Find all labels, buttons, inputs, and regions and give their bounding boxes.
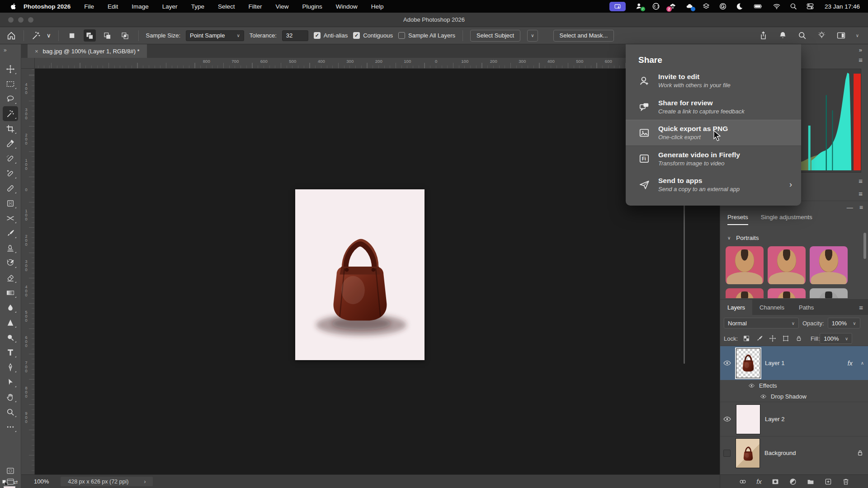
drop-shadow-row[interactable]: Drop Shadow <box>720 391 868 402</box>
spotlight-search-icon[interactable] <box>789 2 797 10</box>
vertical-ruler[interactable]: 4003002001000100200300400500600700800900 <box>21 69 35 474</box>
visibility-eye-icon[interactable] <box>723 415 731 423</box>
select-subject-button[interactable]: Select Subject <box>470 30 520 42</box>
opacity-input[interactable]: 100%∨ <box>828 318 860 328</box>
zoom-window-button[interactable] <box>28 17 33 23</box>
fill-input[interactable]: 100%∨ <box>820 333 852 344</box>
marquee-tool[interactable] <box>3 76 18 91</box>
close-tab-icon[interactable]: × <box>35 48 38 55</box>
document-info[interactable]: 428 px x 626 px (72 ppi) › <box>61 477 153 486</box>
grammarly-icon[interactable] <box>719 2 727 10</box>
lock-artboard-icon[interactable] <box>779 333 792 343</box>
menubar-clock[interactable]: 23 Jan 17:46 <box>825 3 860 10</box>
delete-layer-trash-icon[interactable] <box>842 478 850 486</box>
layer-row-layer1[interactable]: Layer 1 fx ∧ <box>720 346 868 380</box>
menubar-item[interactable]: Filter <box>248 3 262 10</box>
link-layers-icon[interactable] <box>739 478 747 486</box>
tab-presets[interactable]: Presets <box>727 214 748 225</box>
lock-transparent-pixels-icon[interactable] <box>740 333 753 343</box>
sample-all-layers-option[interactable]: Sample All Layers <box>398 32 455 39</box>
blend-mode-dropdown[interactable]: Normal∨ <box>724 318 799 328</box>
firefly-icon[interactable]: Generate video in Firefly Transform imag… <box>626 146 801 172</box>
intersect-selection-mode[interactable] <box>119 29 131 42</box>
select-and-mask-button[interactable]: Select and Mask... <box>553 30 614 42</box>
anti-alias-option[interactable]: ✓Anti-alias <box>314 32 348 39</box>
sharpen-tool[interactable] <box>3 315 18 330</box>
dropbox-icon[interactable]: 2 <box>669 2 677 10</box>
layer-style-fx-icon[interactable]: fx <box>756 478 762 485</box>
menubar-item[interactable]: Image <box>132 3 149 10</box>
tab-layers[interactable]: Layers <box>720 300 752 315</box>
type-tool[interactable] <box>3 345 18 360</box>
portrait-preset-1[interactable] <box>726 246 764 284</box>
clone-stamp-tool[interactable] <box>3 240 18 255</box>
presets-scrollbar[interactable] <box>863 233 866 259</box>
layer1-thumbnail[interactable] <box>736 348 760 378</box>
close-window-button[interactable] <box>8 17 14 23</box>
panel-minimize-icon[interactable]: — <box>847 204 853 211</box>
remove-tool[interactable] <box>3 166 18 181</box>
sample-size-dropdown[interactable]: Point Sample∨ <box>186 30 244 41</box>
tool-preset-chevron[interactable]: ∨ <box>47 30 51 41</box>
brush-tool[interactable] <box>3 225 18 240</box>
battery-icon[interactable] <box>752 2 764 10</box>
zoom-tool[interactable] <box>3 404 18 419</box>
toolbar-collapse-icon[interactable]: » <box>4 47 6 53</box>
panel-menu-icon[interactable]: ≡ <box>859 177 863 185</box>
menubar-item[interactable]: Edit <box>108 3 118 10</box>
contiguous-checkbox[interactable]: ✓ <box>353 32 360 39</box>
eyedropper-tool[interactable] <box>3 136 18 151</box>
portrait-preset-4[interactable] <box>726 288 764 298</box>
content-aware-move-tool[interactable] <box>3 211 18 225</box>
lock-all-icon[interactable] <box>792 333 805 343</box>
drop-shadow-eye-icon[interactable] <box>760 393 767 400</box>
eraser-tool[interactable] <box>3 270 18 285</box>
menubar-item[interactable]: Photoshop 2026 <box>24 3 71 10</box>
new-layer-icon[interactable] <box>824 478 832 486</box>
add-to-selection-mode[interactable] <box>84 29 96 42</box>
effects-row[interactable]: Effects <box>720 380 868 391</box>
add-layer-mask-icon[interactable] <box>771 478 779 486</box>
patch-tool[interactable] <box>3 196 18 211</box>
menubar-item[interactable]: Window <box>336 3 358 10</box>
histogram-panel-menu-icon[interactable]: ≡ <box>859 56 863 64</box>
workspace-icon[interactable] <box>836 31 846 40</box>
hand-tool[interactable] <box>3 389 18 404</box>
tolerance-input[interactable]: 32 <box>282 30 308 41</box>
minimize-window-button[interactable] <box>18 17 24 23</box>
effects-eye-icon[interactable] <box>748 382 755 389</box>
new-selection-mode[interactable] <box>66 29 78 42</box>
blur-tool[interactable] <box>3 300 18 315</box>
layer-name[interactable]: Layer 1 <box>765 360 843 366</box>
home-icon[interactable] <box>6 31 16 41</box>
magic-wand-tool-icon[interactable] <box>31 31 41 41</box>
fx-collapse-chevron[interactable]: ∧ <box>861 361 864 366</box>
creative-cloud-icon[interactable] <box>652 2 660 10</box>
contiguous-option[interactable]: ✓Contiguous <box>353 32 393 39</box>
layer2-thumbnail[interactable] <box>736 404 760 434</box>
invite-to-edit-icon[interactable]: Invite to edit Work with others in your … <box>626 68 801 94</box>
dodge-tool[interactable] <box>3 330 18 345</box>
panel-list-icon[interactable]: ≡ <box>859 190 863 197</box>
screen-mirroring-icon[interactable] <box>609 2 626 11</box>
magic-wand-tool[interactable] <box>3 106 18 121</box>
adjustments-panel-menu-icon[interactable]: ≡ <box>859 204 863 211</box>
canvas-document[interactable] <box>295 189 425 360</box>
share-for-review-icon[interactable]: Share for review Create a link to captur… <box>626 94 801 120</box>
direct-selection-tool[interactable] <box>3 375 18 389</box>
layer-row-layer2[interactable]: Layer 2 <box>720 402 868 436</box>
tab-channels[interactable]: Channels <box>752 300 792 315</box>
workspace-chevron[interactable]: ∨ <box>856 33 859 38</box>
menubar-item[interactable]: File <box>84 3 94 10</box>
lock-image-pixels-icon[interactable] <box>753 333 766 343</box>
stack-icon[interactable] <box>702 2 710 10</box>
background-thumbnail[interactable] <box>736 438 760 468</box>
visibility-toggle-empty[interactable] <box>723 450 731 457</box>
send-to-apps-icon[interactable]: Send to apps Send a copy to an external … <box>626 172 801 198</box>
tab-single-adjustments[interactable]: Single adjustments <box>761 214 812 225</box>
subtract-from-selection-mode[interactable] <box>101 29 113 42</box>
tab-paths[interactable]: Paths <box>792 300 821 315</box>
layer-name[interactable]: Layer 2 <box>765 416 864 422</box>
new-group-folder-icon[interactable] <box>807 478 815 486</box>
menubar-item[interactable]: Select <box>218 3 235 10</box>
